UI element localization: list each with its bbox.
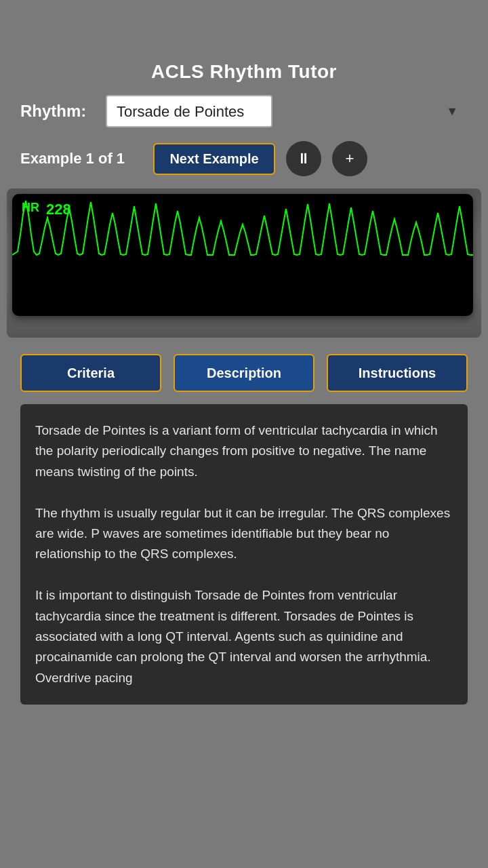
rhythm-select[interactable]: Torsade de Pointes Atrial Fibrillation V… xyxy=(106,95,272,127)
tabs-row: Criteria Description Instructions xyxy=(20,354,468,392)
ecg-outer: HR 228 xyxy=(7,189,481,338)
rhythm-label: Rhythm: xyxy=(20,102,95,121)
hr-value: 228 xyxy=(46,201,71,218)
add-icon: + xyxy=(346,150,354,167)
hr-label: HR xyxy=(22,201,39,215)
app-container: ACLS Rhythm Tutor Rhythm: Torsade de Poi… xyxy=(0,0,488,868)
tab-instructions[interactable]: Instructions xyxy=(327,354,468,392)
add-button[interactable]: + xyxy=(332,141,367,176)
description-text: Torsade de Pointes is a variant form of … xyxy=(35,420,453,688)
rhythm-row: Rhythm: Torsade de Pointes Atrial Fibril… xyxy=(20,95,468,127)
example-row: Example 1 of 1 Next Example ⏸ + xyxy=(20,141,468,176)
pause-button[interactable]: ⏸ xyxy=(286,141,321,176)
pause-icon: ⏸ xyxy=(296,150,311,167)
next-example-button[interactable]: Next Example xyxy=(153,143,275,175)
rhythm-select-wrapper: Torsade de Pointes Atrial Fibrillation V… xyxy=(106,95,468,127)
app-title: ACLS Rhythm Tutor xyxy=(151,61,337,83)
example-label: Example 1 of 1 xyxy=(20,150,142,167)
tab-description[interactable]: Description xyxy=(174,354,314,392)
ecg-waveform xyxy=(12,194,473,316)
tab-criteria[interactable]: Criteria xyxy=(20,354,161,392)
description-content-box[interactable]: Torsade de Pointes is a variant form of … xyxy=(20,404,468,705)
ecg-display: HR 228 xyxy=(12,194,473,316)
